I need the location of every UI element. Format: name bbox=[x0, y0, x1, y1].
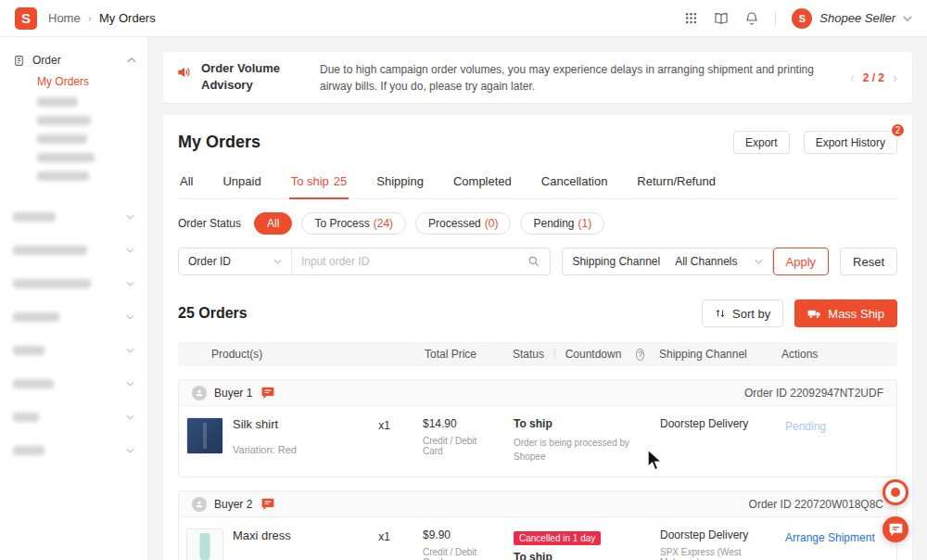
chat-bubble-icon bbox=[889, 523, 903, 536]
sidebar-item-redacted[interactable] bbox=[37, 148, 136, 167]
tab-to-ship[interactable]: To ship25 bbox=[289, 166, 349, 199]
total-price: $9.90 bbox=[423, 528, 499, 541]
webchat-button[interactable] bbox=[883, 516, 908, 542]
chevron-down-icon bbox=[273, 259, 282, 264]
breadcrumb: Home › My Orders bbox=[48, 11, 156, 25]
clipboard-icon bbox=[13, 55, 25, 67]
tab-shipping[interactable]: Shipping bbox=[375, 166, 425, 198]
buyer-avatar-icon bbox=[192, 386, 207, 401]
breadcrumb-home-link[interactable]: Home bbox=[48, 11, 81, 25]
arrange-shipment-link[interactable]: Arrange Shipment bbox=[785, 531, 875, 544]
sidebar-section-redacted[interactable] bbox=[13, 401, 136, 434]
mass-ship-button[interactable]: Mass Ship bbox=[794, 299, 897, 327]
buyer-name: Buyer 1 bbox=[214, 387, 252, 400]
pager-next-icon[interactable]: › bbox=[893, 70, 897, 85]
notification-bell-icon[interactable] bbox=[744, 11, 759, 26]
pill-all[interactable]: All bbox=[254, 212, 292, 235]
product-name: Silk shirt bbox=[233, 417, 378, 431]
education-book-icon[interactable] bbox=[714, 11, 729, 26]
sidebar-item-redacted[interactable] bbox=[37, 93, 136, 111]
buyer-name: Buyer 2 bbox=[214, 498, 252, 511]
order-tabs: All Unpaid To ship25 Shipping Completed … bbox=[178, 166, 897, 199]
order-group: Buyer 2 Order ID 220720W018Q8C Maxi dres… bbox=[178, 490, 897, 560]
export-history-button[interactable]: Export History bbox=[804, 131, 897, 154]
floating-assistant-widget[interactable] bbox=[883, 479, 908, 505]
sidebar-section-order-label: Order bbox=[32, 54, 61, 67]
chevron-down-icon bbox=[126, 314, 134, 320]
order-group-header: Buyer 1 Order ID 22092947NT2UDF bbox=[179, 380, 896, 406]
pager-prev-icon[interactable]: ‹ bbox=[850, 70, 855, 85]
status-title: To ship bbox=[514, 417, 634, 430]
advisory-pager: ‹ 2 / 2 › bbox=[850, 70, 897, 85]
status-title: To ship bbox=[514, 551, 634, 560]
payment-method: Credit / Debit Card bbox=[423, 547, 499, 560]
sidebar-section-redacted[interactable] bbox=[13, 367, 136, 401]
tab-cancellation[interactable]: Cancellation bbox=[540, 166, 610, 198]
sidebar-section-order[interactable]: Order bbox=[13, 50, 136, 70]
tab-completed[interactable]: Completed bbox=[451, 166, 514, 198]
reset-button[interactable]: Reset bbox=[840, 248, 897, 275]
shopee-logo-letter: S bbox=[21, 10, 31, 26]
sidebar-item-redacted[interactable] bbox=[37, 130, 136, 148]
sidebar-section-redacted[interactable] bbox=[13, 334, 136, 367]
sidebar-section-redacted[interactable] bbox=[13, 434, 136, 467]
order-status-label: Order Status bbox=[178, 217, 241, 230]
account-menu[interactable]: S Shopee Seller bbox=[792, 8, 912, 29]
search-field-select[interactable]: Order ID bbox=[179, 248, 292, 274]
col-countdown: Countdown bbox=[565, 348, 622, 361]
header-divider bbox=[554, 349, 555, 360]
shipping-channel-courier: SPX Express (West Malaysia) bbox=[660, 547, 768, 560]
chevron-down-icon bbox=[126, 248, 134, 253]
sidebar-item-my-orders[interactable]: My Orders bbox=[13, 70, 136, 93]
pill-processed[interactable]: Processed(0) bbox=[415, 212, 511, 235]
tab-unpaid[interactable]: Unpaid bbox=[221, 166, 262, 198]
shopee-logo[interactable]: S bbox=[15, 7, 37, 30]
top-bar: S Home › My Orders S Shopee Seller bbox=[0, 0, 927, 37]
main-content: Order Volume Advisory Due to high campai… bbox=[148, 37, 927, 560]
status-description: Order is being processed by Shopee bbox=[514, 436, 634, 464]
order-group-header: Buyer 2 Order ID 220720W018Q8C bbox=[179, 491, 896, 517]
chevron-down-icon bbox=[126, 448, 134, 453]
orders-panel: My Orders Export Export History 2 All Un… bbox=[163, 115, 912, 560]
search-icon[interactable] bbox=[527, 255, 540, 268]
chat-buyer-icon[interactable] bbox=[261, 498, 274, 510]
sort-by-button[interactable]: Sort by bbox=[702, 299, 783, 327]
apps-grid-icon[interactable] bbox=[684, 11, 698, 25]
pill-to-process[interactable]: To Process(24) bbox=[301, 212, 406, 235]
order-group: Buyer 1 Order ID 22092947NT2UDF Silk shi… bbox=[178, 379, 897, 477]
order-row: Silk shirt Variation: Red x1 $14.90 Cred… bbox=[179, 406, 896, 477]
chevron-down-icon bbox=[126, 381, 134, 387]
sidebar: Order My Orders bbox=[0, 37, 148, 560]
product-thumbnail bbox=[186, 417, 223, 454]
page-title: My Orders bbox=[178, 133, 260, 152]
export-button[interactable]: Export bbox=[733, 131, 790, 154]
chat-buyer-icon[interactable] bbox=[261, 387, 274, 399]
sidebar-section-redacted[interactable] bbox=[13, 200, 136, 234]
product-quantity: x1 bbox=[378, 419, 411, 464]
sidebar-item-redacted[interactable] bbox=[37, 111, 136, 130]
chevron-down-icon bbox=[126, 414, 134, 420]
chevron-up-icon bbox=[127, 57, 136, 63]
shipping-channel-select[interactable]: Shipping Channel All Channels bbox=[562, 248, 772, 275]
countdown-info-icon[interactable]: ? bbox=[636, 349, 644, 361]
chevron-down-icon bbox=[755, 259, 763, 264]
sidebar-section-redacted[interactable] bbox=[13, 234, 136, 267]
tab-return-refund[interactable]: Return/Refund bbox=[635, 166, 717, 198]
tab-to-ship-count: 25 bbox=[334, 174, 347, 188]
truck-icon bbox=[807, 307, 821, 321]
product-variation: Variation: Red bbox=[233, 444, 378, 455]
col-actions: Actions bbox=[767, 348, 897, 361]
sidebar-item-redacted[interactable] bbox=[37, 167, 136, 185]
apply-button[interactable]: Apply bbox=[773, 248, 830, 275]
pill-pending[interactable]: Pending(1) bbox=[520, 212, 604, 235]
tab-all[interactable]: All bbox=[178, 166, 195, 198]
order-id-input[interactable] bbox=[301, 255, 527, 268]
sidebar-section-redacted[interactable] bbox=[13, 267, 136, 300]
advisory-banner: Order Volume Advisory Due to high campai… bbox=[163, 52, 912, 103]
sidebar-section-redacted[interactable] bbox=[13, 300, 136, 334]
product-name: Maxi dress bbox=[233, 528, 378, 542]
widget-dot-icon bbox=[891, 488, 900, 497]
shipping-channel-value: Doorstep Delivery bbox=[660, 417, 768, 430]
order-search-combo: Order ID bbox=[178, 248, 551, 275]
advisory-title: Order Volume Advisory bbox=[201, 60, 283, 93]
